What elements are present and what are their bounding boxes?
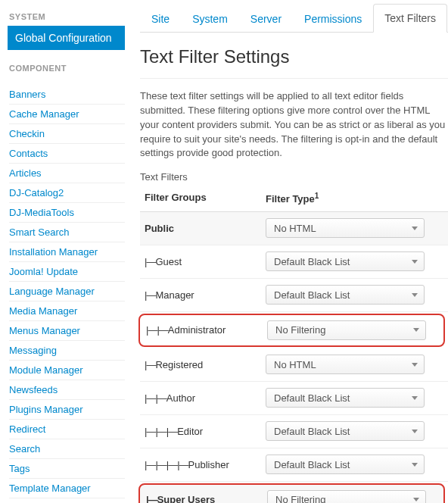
chevron-down-icon <box>412 227 418 230</box>
chevron-down-icon <box>412 396 418 400</box>
chevron-down-icon <box>412 293 418 297</box>
sidebar-item[interactable]: Media Manager <box>9 301 125 320</box>
sidebar-item[interactable]: Redirect <box>9 419 125 439</box>
chevron-down-icon <box>412 463 418 467</box>
sidebar: SYSTEM Global Configuration COMPONENT Ba… <box>0 0 125 503</box>
table-row: |—|—AuthorDefault Black List <box>140 382 448 415</box>
sidebar-item[interactable]: Newsfeeds <box>9 380 125 399</box>
filter-type-value: Default Black List <box>274 256 350 267</box>
filter-type-value: Default Black List <box>274 289 350 301</box>
chevron-down-icon <box>412 260 418 264</box>
filter-type-select[interactable]: Default Black List <box>266 285 425 305</box>
group-label: |—|—|—|—Publisher <box>145 459 266 470</box>
sidebar-item[interactable]: Template Manager <box>9 478 125 498</box>
sidebar-item-global-configuration[interactable]: Global Configuration <box>8 26 125 50</box>
filter-type-select[interactable]: No Filtering <box>267 320 426 340</box>
sidebar-item[interactable]: Language Manager <box>9 281 125 301</box>
chevron-down-icon <box>412 430 418 433</box>
col-head-type: Filter Type1 <box>266 192 448 205</box>
filter-type-select[interactable]: Default Black List <box>266 252 425 271</box>
sidebar-item[interactable]: Checkin <box>9 123 125 143</box>
tab-permissions[interactable]: Permissions <box>293 5 373 33</box>
group-label: |—Manager <box>145 289 266 301</box>
filter-table: Filter Groups Filter Type1 PublicNo HTML… <box>140 187 448 503</box>
sidebar-item[interactable]: Contacts <box>9 143 125 163</box>
sidebar-component-list: BannersCache ManagerCheckinContactsArtic… <box>9 85 125 503</box>
sidebar-item[interactable]: Installation Manager <box>9 242 125 261</box>
tab-server[interactable]: Server <box>239 5 293 33</box>
tab-text-filters[interactable]: Text Filters <box>373 4 447 33</box>
group-label: |—|—Author <box>145 392 266 404</box>
filter-type-value: Default Black List <box>274 459 350 470</box>
settings-description: These text filter settings will be appli… <box>140 89 448 161</box>
page-title: Text Filter Settings <box>140 46 448 67</box>
filter-type-value: Default Black List <box>274 392 350 404</box>
sidebar-item[interactable]: Articles <box>9 163 125 183</box>
filter-type-select[interactable]: No HTML <box>266 355 425 374</box>
group-label: |—Guest <box>145 256 266 267</box>
chevron-down-icon <box>413 498 419 501</box>
sidebar-item[interactable]: Tags <box>9 458 125 478</box>
sidebar-item[interactable]: Cache Manager <box>9 104 125 123</box>
section-subhead: Text Filters <box>140 171 448 183</box>
sidebar-item[interactable]: Banners <box>9 85 125 104</box>
table-header: Filter Groups Filter Type1 <box>140 187 448 211</box>
sidebar-heading-component: COMPONENT <box>9 64 125 73</box>
tab-bar: SiteSystemServerPermissionsText Filters <box>140 3 448 33</box>
filter-type-select[interactable]: Default Black List <box>266 421 425 441</box>
filter-type-value: No HTML <box>274 359 316 370</box>
table-row: |—|—AdministratorNo Filtering <box>138 314 445 347</box>
filter-type-value: No Filtering <box>275 494 325 503</box>
filter-type-select[interactable]: No Filtering <box>267 490 426 503</box>
filter-type-value: Default Black List <box>274 426 350 437</box>
sidebar-item[interactable]: Search <box>9 439 125 458</box>
sidebar-item[interactable]: Menus Manager <box>9 320 125 340</box>
table-row: |—ManagerDefault Black List <box>140 279 448 312</box>
table-row: |—RegisteredNo HTML <box>140 348 448 382</box>
chevron-down-icon <box>412 363 418 367</box>
sidebar-item[interactable]: Module Manager <box>9 360 125 380</box>
sidebar-item[interactable]: Users Manager <box>9 498 125 503</box>
group-label: Public <box>145 223 266 234</box>
table-row: |—|—|—EditorDefault Black List <box>140 415 448 448</box>
filter-type-select[interactable]: Default Black List <box>266 388 425 408</box>
group-label: |—Registered <box>145 359 266 370</box>
sidebar-item[interactable]: Messaging <box>9 340 125 360</box>
sidebar-item[interactable]: DJ-Catalog2 <box>9 183 125 202</box>
table-row: |—Super UsersNo Filtering <box>138 483 445 503</box>
sidebar-item[interactable]: Smart Search <box>9 222 125 242</box>
filter-type-value: No Filtering <box>275 324 325 336</box>
group-label: |—Super Users <box>146 494 267 503</box>
table-row: PublicNo HTML <box>140 212 448 245</box>
tab-site[interactable]: Site <box>140 5 181 33</box>
sidebar-item[interactable]: Plugins Manager <box>9 399 125 419</box>
filter-type-select[interactable]: No HTML <box>266 218 425 238</box>
table-row: |—|—|—|—PublisherDefault Black List <box>140 448 448 482</box>
sidebar-item[interactable]: DJ-MediaTools <box>9 202 125 222</box>
sidebar-heading-system: SYSTEM <box>9 12 125 21</box>
group-label: |—|—Administrator <box>146 324 267 336</box>
tab-system[interactable]: System <box>181 5 239 33</box>
col-head-groups: Filter Groups <box>145 192 266 205</box>
filter-type-value: No HTML <box>274 223 316 234</box>
main-column: SiteSystemServerPermissionsText Filters … <box>125 0 448 503</box>
chevron-down-icon <box>413 328 419 332</box>
group-label: |—|—|—Editor <box>145 426 266 437</box>
sidebar-item[interactable]: Joomla! Update <box>9 261 125 281</box>
table-row: |—GuestDefault Black List <box>140 245 448 279</box>
filter-type-select[interactable]: Default Black List <box>266 455 425 474</box>
